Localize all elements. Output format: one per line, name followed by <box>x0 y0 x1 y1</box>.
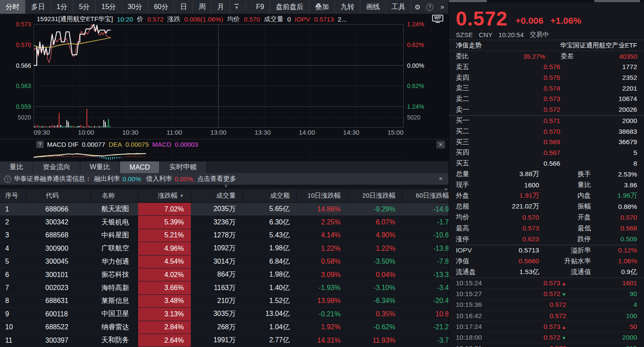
settings-gear-icon[interactable]: ⚙ <box>411 0 424 14</box>
table-row[interactable]: 11300397天和防务2.64%1991万2.77亿14.31%11.93%-… <box>0 334 448 347</box>
book-row-卖三[interactable]: 卖三0.5742201 <box>456 83 637 94</box>
book-qty: 8 <box>560 160 637 167</box>
price-chart-canvas[interactable] <box>34 24 404 128</box>
book-row-卖五[interactable]: 卖五0.5761772 <box>456 62 637 73</box>
notice-bar[interactable]: ! 华泰证券融券通供需信息： 融出利率 0.00% 借入利率 0.00%, 点击… <box>0 173 448 185</box>
toolbar-more-icon[interactable]: » <box>436 0 448 14</box>
period-tab-分时[interactable]: 分时 <box>0 0 25 14</box>
y-axis-label: 0.62% <box>407 82 424 89</box>
book-side-label: 卖五 <box>456 63 483 72</box>
book-row-买四[interactable]: 买四0.5675 <box>456 148 637 158</box>
table-row[interactable]: 3688568中科星图5.21%1278万5.43亿4.14%4.90%-10.… <box>0 229 448 242</box>
sort-desc-icon[interactable]: ▼ <box>180 193 184 198</box>
period-tab-5分[interactable]: 5分 <box>73 0 96 14</box>
x-axis-labels: 09:3010:0010:3011:0013:0013:3014:0014:30… <box>34 129 404 136</box>
menu-item-画线[interactable]: 画线 <box>360 0 386 14</box>
stat-value: 0.5660 <box>493 257 539 265</box>
col-header-涨跌幅[interactable]: 涨跌幅▼ <box>138 189 191 202</box>
wp-monitor-icon[interactable]: WP <box>432 15 443 23</box>
notice-close-icon[interactable]: ✕ <box>436 175 445 183</box>
col-header-60日涨跌幅[interactable]: 60日涨跌幅 <box>402 189 449 202</box>
period-tab-月[interactable]: 月 <box>212 0 230 14</box>
tick-list[interactable]: 10:15:240.573▲160110:15:270.572▼9010:15:… <box>449 278 644 347</box>
book-row-买二[interactable]: 买二0.57038683 <box>456 126 637 137</box>
book-row-卖四[interactable]: 卖四0.5752352 <box>456 73 637 83</box>
period-tab-多日[interactable]: 多日 <box>25 0 51 14</box>
cell-code: 688522 <box>26 323 91 331</box>
stat-label: 开盘 <box>539 213 591 222</box>
table-row[interactable]: 4300900广联航空4.96%1092万1.98亿1.22%1.22%-13.… <box>0 242 448 255</box>
stat-row: 流通盘1.53亿流通值0.9亿 <box>456 267 637 278</box>
col-header-成交量[interactable]: 成交量 <box>191 189 243 202</box>
panel-splitter-icon[interactable]: » <box>445 186 448 192</box>
book-row-买一[interactable]: 买一0.5712000 <box>456 116 637 126</box>
cell-20d-change: -0.62% <box>347 323 402 331</box>
menu-item-工具[interactable]: 工具 <box>386 0 411 14</box>
book-price: 0.573 <box>483 95 560 103</box>
period-tab-30分[interactable]: 30分 <box>122 0 148 14</box>
col-header-10日涨跌幅[interactable]: 10日涨跌幅 <box>297 189 347 202</box>
col-header-成交额[interactable]: 成交额 <box>243 189 297 202</box>
book-row-买三[interactable]: 买三0.56936679 <box>456 137 637 148</box>
panel-top-strip[interactable] <box>449 0 644 3</box>
tick-time: 10:15:27 <box>456 290 496 298</box>
table-row[interactable]: 6300101振芯科技4.02%864万1.98亿3.09%0.04%-13.3 <box>0 268 448 281</box>
cell-name: 振芯科技 <box>91 270 138 279</box>
tick-price: 0.572▼ <box>496 290 566 298</box>
indicator-tabs: 量比资金流向W量比MACD实时申赎 <box>0 161 448 173</box>
table-row[interactable]: 5300045华力创通4.54%3014万6.84亿0.58%-3.50%-7.… <box>0 256 448 268</box>
exchange-code: SZSE <box>456 31 473 38</box>
menu-item-盘前盘后[interactable]: 盘前盘后 <box>270 0 309 14</box>
book-row-卖二[interactable]: 卖二0.57310674 <box>456 94 637 104</box>
book-row-买五[interactable]: 买五0.5668 <box>456 158 637 169</box>
macd-close-icon[interactable]: ✕ <box>436 141 445 148</box>
col-header-20日涨跌幅[interactable]: 20日涨跌幅 <box>347 189 402 202</box>
tab-量比[interactable]: 量比 <box>0 161 33 173</box>
stat-label: 总额 <box>456 202 493 211</box>
notice-chevron-icon[interactable]: ∨ <box>224 183 228 189</box>
tab-W量比[interactable]: W量比 <box>80 161 120 173</box>
x-axis-label: 13:30 <box>255 129 271 136</box>
macd-chart-canvas[interactable] <box>0 150 449 162</box>
tick-price-value: 0.572 <box>543 290 560 297</box>
tab-资金流向[interactable]: 资金流向 <box>33 161 80 173</box>
table-row[interactable]: 2300342天银机电5.39%3236万6.30亿2.25%6.07%-1.7 <box>0 216 448 229</box>
tab-实时申赎[interactable]: 实时申赎 <box>160 161 207 173</box>
macd-help-icon[interactable]: ? <box>36 141 44 148</box>
menu-item-叠加[interactable]: 叠加 <box>309 0 335 14</box>
avg-label: 均价 <box>227 15 240 23</box>
cell-code: 600118 <box>26 310 91 318</box>
tab-MACD[interactable]: MACD <box>120 161 160 173</box>
table-row[interactable]: 7002023海特高新3.66%1163万1.40亿-1.93%-3.10%-3… <box>0 281 448 294</box>
help-icon[interactable]: ? <box>424 0 436 14</box>
cell-seq: 7 <box>0 284 26 292</box>
notice-more-link[interactable]: 点击查看更多 <box>197 175 236 183</box>
nav-trend-link[interactable]: 净值走势 <box>456 41 482 50</box>
period-tab-周[interactable]: 周 <box>193 0 212 14</box>
tick-price-value: 0.572 <box>549 312 566 319</box>
period-tab-60分[interactable]: 60分 <box>148 0 174 14</box>
menu-item-F9[interactable]: F9 <box>250 0 270 14</box>
cell-volume: 3236万 <box>191 218 243 227</box>
book-row-卖一[interactable]: 卖一0.57220026 <box>456 104 637 115</box>
table-row[interactable]: 10688522纳睿雷达2.84%268万1.04亿1.92%-0.62%-21… <box>0 321 448 334</box>
col-header-代码[interactable]: 代码 <box>26 189 91 202</box>
col-header-序号[interactable]: 序号 <box>0 189 26 202</box>
table-row[interactable]: 1688066航天宏图7.02%2035万5.65亿14.86%-9.29%-1… <box>0 203 448 216</box>
stat-value: 0.623 <box>493 235 539 243</box>
period-tab-15分[interactable]: 15分 <box>96 0 122 14</box>
menu-item-九转[interactable]: 九转 <box>335 0 360 14</box>
col-header-名称[interactable]: 名称 <box>91 189 138 202</box>
cell-change-pct: 5.21% <box>138 229 191 242</box>
period-dropdown-icon[interactable]: ▼ <box>230 0 243 14</box>
lend-rate-value: 0.00% <box>123 175 141 183</box>
nav-line: 净值走势 华宝国证通用航空产业ETF <box>449 40 644 51</box>
cell-code: 300397 <box>26 337 91 344</box>
table-row[interactable]: 8688631莱斯信息3.48%210万1.52亿13.98%-6.34%-20… <box>0 295 448 308</box>
book-side-label: 买二 <box>456 127 483 136</box>
period-tab-1分[interactable]: 1分 <box>51 0 73 14</box>
period-tab-日[interactable]: 日 <box>174 0 193 14</box>
cell-amount: 1.52亿 <box>243 297 297 306</box>
table-row[interactable]: 9600118中国卫星3.13%3035万13.04亿-0.21%0.35%10… <box>0 308 448 321</box>
cell-amount: 5.43亿 <box>243 231 297 240</box>
